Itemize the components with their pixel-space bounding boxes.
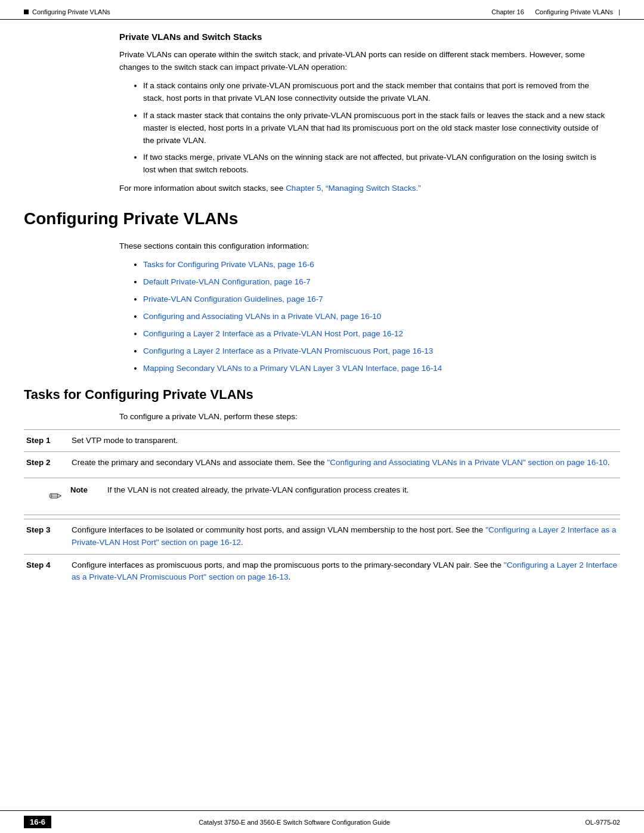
tasks-heading: Tasks for Configuring Private VLANs [24,387,620,402]
steps-table: Step 1 Set VTP mode to transparent. Step… [24,429,620,589]
step-1-label: Step 1 [24,429,66,452]
config-section-intro: These sections contain this configuratio… [119,240,608,253]
link-host-port[interactable]: Configuring a Layer 2 Interface as a Pri… [143,329,403,338]
config-link-4: Configuring and Associating VLANs in a P… [143,311,608,323]
more-info-text: For more information about switch stacks… [119,182,608,195]
config-links-list: Tasks for Configuring Private VLANs, pag… [131,259,608,374]
header-chapter-title: Configuring Private VLANs [535,8,613,16]
header-chapter: Chapter 16 [491,8,524,16]
step-1-content: Set VTP mode to transparent. [66,429,620,452]
bullet-item-1: If a stack contains only one private-VLA… [143,80,608,105]
link-guidelines[interactable]: Private-VLAN Configuration Guidelines, p… [143,295,323,304]
page-header: Configuring Private VLANs Chapter 16 Con… [0,0,644,20]
pvlan-switch-stacks-heading: Private VLANs and Switch Stacks [119,32,620,42]
note-content: If the VLAN is not created already, the … [105,479,619,513]
config-link-2: Default Private-VLAN Configuration, page… [143,276,608,289]
more-info-prefix: For more information about switch stacks… [119,184,286,193]
step-2-row: Step 2 Create the primary and secondary … [24,452,620,474]
step-4-label: Step 4 [24,554,66,589]
main-content: Private VLANs and Switch Stacks Private … [0,20,644,636]
step-2-label: Step 2 [24,452,66,474]
config-link-7: Mapping Secondary VLANs to a Primary VLA… [143,363,608,375]
link-promiscuous-port[interactable]: Configuring a Layer 2 Interface as a Pri… [143,346,433,355]
note-inner-row: ✏ Note If the VLAN is not created alread… [25,479,619,513]
note-row: ✏ Note If the VLAN is not created alread… [24,474,620,519]
link-default[interactable]: Default Private-VLAN Configuration, page… [143,277,311,286]
managing-switch-stacks-link[interactable]: Chapter 5, “Managing Switch Stacks.” [286,184,421,193]
step-1-row: Step 1 Set VTP mode to transparent. [24,429,620,452]
step-3-label: Step 3 [24,519,66,554]
header-left: Configuring Private VLANs [24,8,110,16]
note-cell: ✏ Note If the VLAN is not created alread… [24,474,620,519]
config-link-1: Tasks for Configuring Private VLANs, pag… [143,259,608,271]
page-footer: 16-6 Catalyst 3750-E and 3560-E Switch S… [0,810,644,833]
bullet-item-3: If two stacks merge, private VLANs on th… [143,151,608,176]
pvlan-switch-stacks-bullets: If a stack contains only one private-VLA… [131,80,608,176]
footer-doc-title: Catalyst 3750-E and 3560-E Switch Softwa… [4,819,585,826]
config-link-5: Configuring a Layer 2 Interface as a Pri… [143,328,608,340]
step-4-content: Configure interfaces as promiscuous port… [66,554,620,589]
link-tasks[interactable]: Tasks for Configuring Private VLANs, pag… [143,260,314,269]
footer-doc-num: OL-9775-02 [585,819,620,826]
header-breadcrumb: Configuring Private VLANs [32,8,110,16]
bullet-item-2: If a stack master stack that contains th… [143,110,608,147]
configuring-pvlans-heading: Configuring Private VLANs [24,209,620,231]
step-3-link[interactable]: "Configuring a Layer 2 Interface as a Pr… [72,525,617,547]
note-table: ✏ Note If the VLAN is not created alread… [24,478,620,515]
link-mapping-vlans[interactable]: Mapping Secondary VLANs to a Primary VLA… [143,364,442,373]
step-4-link[interactable]: "Configuring a Layer 2 Interface as a Pr… [72,561,617,582]
header-square-icon [24,10,29,14]
step-2-link[interactable]: "Configuring and Associating VLANs in a … [327,458,607,467]
header-right: Chapter 16 Configuring Private VLANs | [491,8,620,16]
note-label: Note [68,479,104,513]
step-3-row: Step 3 Configure interfaces to be isolat… [24,519,620,554]
pvlan-switch-stacks-intro: Private VLANs can operate within the swi… [119,49,608,74]
note-pencil-icon: ✏ [49,487,62,505]
tasks-intro: To configure a private VLAN, perform the… [119,411,608,423]
note-icon-cell: ✏ [25,479,67,513]
link-assoc-vlans[interactable]: Configuring and Associating VLANs in a P… [143,312,381,321]
step-3-content: Configure interfaces to be isolated or c… [66,519,620,554]
step-2-content: Create the primary and secondary VLANs a… [66,452,620,474]
step-4-row: Step 4 Configure interfaces as promiscuo… [24,554,620,589]
config-link-6: Configuring a Layer 2 Interface as a Pri… [143,345,608,358]
config-link-3: Private-VLAN Configuration Guidelines, p… [143,293,608,306]
